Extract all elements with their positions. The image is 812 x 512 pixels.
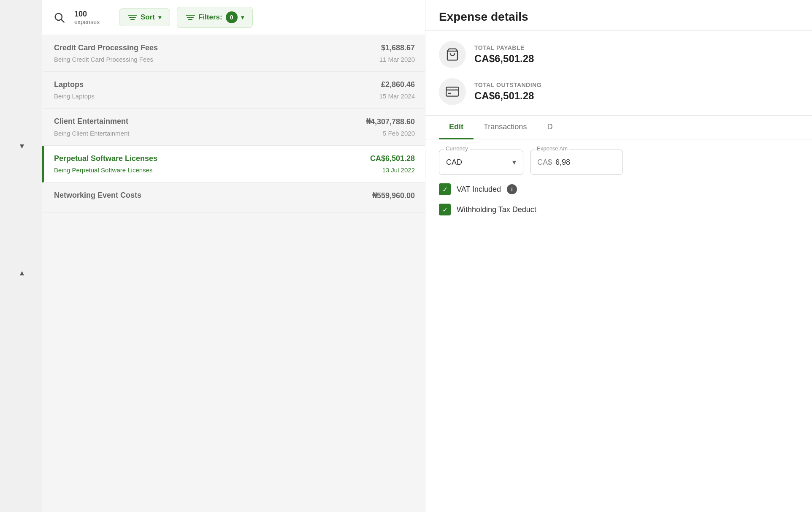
expense-count: 100 expenses — [74, 10, 112, 25]
filters-count-badge: 0 — [226, 11, 238, 23]
expense-title: Client Entertainment — [54, 117, 128, 126]
vat-checkbox[interactable]: ✓ — [439, 183, 451, 195]
withholding-checkbox[interactable]: ✓ — [439, 204, 451, 215]
sort-button[interactable]: Sort ▾ — [119, 8, 170, 26]
scroll-up-button[interactable]: ▴ — [9, 262, 35, 283]
total-outstanding-value: CA$6,501.28 — [474, 90, 541, 102]
expense-title: Networking Event Costs — [54, 191, 141, 200]
amount-field: Expense Am CA$ 6,98 — [530, 150, 623, 175]
expense-amount: ₦4,307,788.60 — [366, 117, 415, 126]
edit-form: Currency CAD ▾ Expense Am CA$ 6,98 ✓ VAT… — [425, 139, 812, 226]
expense-item-laptops[interactable]: Laptops £2,860.46 Being Laptops 15 Mar 2… — [42, 72, 425, 109]
sidebar — [0, 0, 42, 512]
expense-amount: £2,860.46 — [381, 80, 415, 89]
tab-edit[interactable]: Edit — [439, 116, 474, 139]
tabs-row: Edit Transactions D — [425, 116, 812, 139]
vat-label: VAT Included — [457, 185, 501, 194]
svg-rect-9 — [446, 87, 458, 96]
scroll-down-button[interactable]: ▾ — [9, 135, 35, 156]
expense-title: Credit Card Processing Fees — [54, 44, 158, 52]
withholding-row: ✓ Withholding Tax Deduct — [439, 204, 798, 215]
details-header: Expense details — [425, 0, 812, 31]
sort-chevron-icon: ▾ — [158, 14, 161, 21]
details-title: Expense details — [439, 10, 798, 24]
expense-description: Being Client Entertainment — [54, 130, 129, 137]
vat-info-icon[interactable]: i — [507, 184, 517, 194]
expense-date: 11 Mar 2020 — [379, 56, 415, 63]
total-payable-value: CA$6,501.28 — [474, 53, 534, 65]
currency-chevron-icon: ▾ — [512, 158, 516, 167]
tab-transactions[interactable]: Transactions — [474, 116, 537, 139]
expense-amount: ₦559,960.00 — [372, 191, 415, 200]
expense-date: 13 Jul 2022 — [382, 166, 415, 174]
amount-prefix: CA$ — [537, 158, 552, 167]
cart-icon — [439, 41, 466, 68]
vat-row: ✓ VAT Included i — [439, 183, 798, 195]
expense-date: 15 Mar 2024 — [379, 93, 415, 100]
expense-title: Perpetual Software Licenses — [54, 154, 157, 163]
currency-field: Currency CAD ▾ — [439, 150, 523, 175]
total-payable-row: TOTAL PAYABLE CA$6,501.28 — [439, 41, 798, 68]
amount-input[interactable]: CA$ 6,98 — [530, 150, 623, 175]
chevron-down-icon: ▾ — [20, 141, 24, 151]
filters-button[interactable]: Filters: 0 ▾ — [177, 7, 253, 28]
filters-label: Filters: — [198, 13, 222, 22]
expense-details-panel: Expense details TOTAL PAYABLE CA$6,501.2… — [425, 0, 812, 512]
expense-item-networking[interactable]: Networking Event Costs ₦559,960.00 — [42, 182, 425, 212]
total-outstanding-info: TOTAL OUTSTANDING CA$6,501.28 — [474, 82, 541, 102]
toolbar: 100 expenses Sort ▾ Filters: 0 ▾ — [42, 0, 425, 35]
svg-line-1 — [61, 19, 64, 22]
scroll-up-nav: ▴ — [9, 262, 35, 283]
card-icon — [439, 78, 466, 105]
expense-item-credit-card[interactable]: Credit Card Processing Fees $1,688.67 Be… — [42, 35, 425, 72]
expense-date: 5 Feb 2020 — [383, 130, 415, 137]
expense-list: Credit Card Processing Fees $1,688.67 Be… — [42, 35, 425, 512]
expense-title: Laptops — [54, 80, 84, 89]
total-outstanding-row: TOTAL OUTSTANDING CA$6,501.28 — [439, 78, 798, 105]
filters-chevron-icon: ▾ — [241, 14, 244, 21]
expense-description: Being Perpetual Software Licenses — [54, 166, 152, 174]
expense-amount: CA$6,501.28 — [370, 154, 415, 163]
totals-section: TOTAL PAYABLE CA$6,501.28 TOTAL OUTSTAND… — [425, 31, 812, 116]
expense-amount: $1,688.67 — [381, 44, 415, 52]
total-outstanding-label: TOTAL OUTSTANDING — [474, 82, 541, 88]
scroll-down-nav: ▾ — [9, 135, 35, 156]
expense-description: Being Credit Card Processing Fees — [54, 56, 153, 63]
expense-item-client-entertainment[interactable]: Client Entertainment ₦4,307,788.60 Being… — [42, 109, 425, 146]
currency-amount-row: Currency CAD ▾ Expense Am CA$ 6,98 — [439, 150, 798, 175]
expense-description: Being Laptops — [54, 93, 95, 100]
search-button[interactable] — [51, 9, 68, 26]
amount-label: Expense Am — [535, 145, 569, 152]
withholding-label: Withholding Tax Deduct — [457, 205, 536, 214]
currency-label: Currency — [444, 145, 470, 152]
sort-label: Sort — [141, 13, 155, 22]
currency-dropdown[interactable]: CAD ▾ — [439, 150, 523, 175]
total-payable-label: TOTAL PAYABLE — [474, 44, 534, 51]
amount-value: 6,98 — [555, 158, 570, 167]
currency-value: CAD — [446, 158, 462, 167]
total-payable-info: TOTAL PAYABLE CA$6,501.28 — [474, 44, 534, 65]
expense-list-panel: ▾ ▴ 100 expenses Sort ▾ — [42, 0, 425, 512]
expense-item-perpetual-software[interactable]: Perpetual Software Licenses CA$6,501.28 … — [42, 146, 425, 182]
tab-d[interactable]: D — [537, 116, 563, 139]
chevron-up-icon: ▴ — [20, 267, 24, 278]
